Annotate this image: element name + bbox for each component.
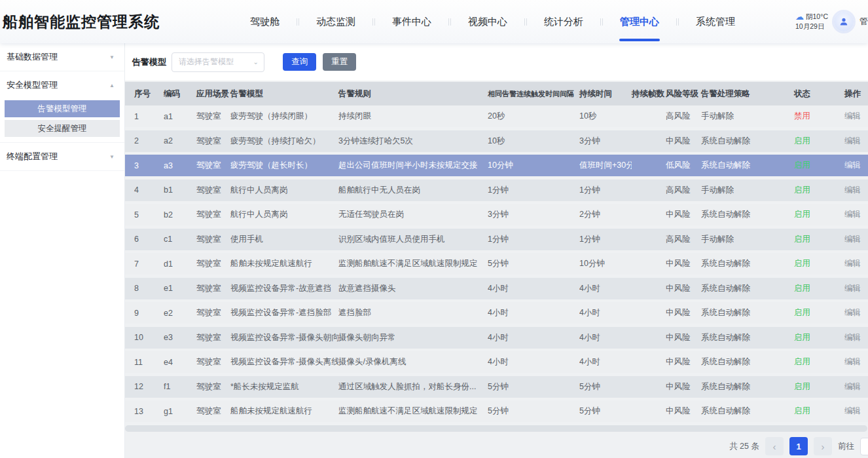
cell-rule: 摄像头朝向异常 [338, 332, 488, 343]
cell-code: e3 [164, 333, 196, 342]
cell-code: b2 [164, 210, 196, 219]
edit-link[interactable]: 编辑 [844, 234, 868, 245]
cell-model: 视频监控设备异常-故意遮挡 [230, 283, 338, 294]
table-row[interactable]: 6c1驾驶室使用手机识别区域内值班人员使用手机1分钟1分钟高风险手动解除启用编辑 [124, 229, 868, 250]
sidebar-group-header-2[interactable]: 安全模型管理▲ [0, 71, 124, 99]
cell-status: 启用 [794, 160, 844, 171]
user-avatar[interactable] [834, 12, 854, 31]
cell-rule: 超出公司值班时间半小时未按规定交接 [338, 160, 488, 171]
table-row[interactable]: 13g1驾驶室船舶未按规定航速航行监测船舶航速不满足区域航速限制规定5分钟5分钟… [124, 400, 868, 422]
page-number-1[interactable]: 1 [789, 437, 808, 455]
cell-risk: 中风险 [666, 209, 701, 220]
horizontal-scrollbar[interactable] [125, 425, 867, 432]
edit-link[interactable]: 编辑 [844, 258, 868, 269]
cell-strategy: 系统自动解除 [701, 258, 794, 269]
sidebar-group-label: 终端配置管理 [7, 151, 58, 162]
nav-item-3[interactable]: 事件中心 [375, 0, 448, 43]
user-name[interactable]: 管理员 [859, 16, 868, 28]
cell-model: 疲劳驾驶（持续闭眼） [230, 111, 338, 122]
cell-duration: 5分钟 [579, 381, 632, 392]
cell-seq: 12 [134, 382, 164, 391]
cell-strategy: 手动解除 [701, 185, 794, 196]
sidebar-group-header-1[interactable]: 基础数据管理▼ [0, 43, 124, 71]
cell-model: 视频监控设备异常-摄像头朝向异常 [230, 332, 338, 343]
edit-link[interactable]: 编辑 [844, 283, 868, 294]
nav-item-5[interactable]: 统计分析 [527, 0, 600, 43]
cell-rule: 持续闭眼 [338, 111, 488, 122]
edit-link[interactable]: 编辑 [844, 136, 868, 147]
table-row[interactable]: 4b1驾驶室航行中人员离岗船舶航行中无人员在岗1分钟1分钟高风险手动解除启用编辑 [124, 180, 868, 201]
edit-link[interactable]: 编辑 [844, 307, 868, 318]
cell-duration: 4小时 [579, 356, 632, 368]
cell-status: 启用 [794, 136, 844, 147]
edit-link[interactable]: 编辑 [844, 381, 868, 392]
cell-rule: 无适任驾驶员在岗 [338, 209, 488, 220]
cell-rule: 通过区域触发人脸抓拍，对船长身份... [338, 381, 488, 392]
sidebar-sub-item[interactable]: 告警模型管理 [5, 100, 120, 117]
cell-model: 船舶未按规定航速航行 [230, 406, 338, 417]
nav-item-1[interactable]: 驾驶舱 [233, 0, 297, 43]
table-row[interactable]: 2a2驾驶室疲劳驾驶（持续打哈欠）3分钟连续打哈欠5次10秒3分钟中风险系统自动… [124, 130, 868, 152]
nav-item-2[interactable]: 动态监测 [299, 0, 372, 43]
column-header: 状态 [794, 88, 844, 100]
sidebar-group-header-3[interactable]: 终端配置管理▼ [0, 143, 124, 170]
cell-seq: 11 [134, 358, 164, 367]
cell-interval: 4小时 [488, 283, 579, 294]
table-row[interactable]: 9e2驾驶室视频监控设备异常-遮挡脸部遮挡脸部4小时4小时中风险系统自动解除启用… [124, 302, 868, 324]
column-header: 持续时间 [579, 88, 632, 100]
nav-item-6[interactable]: 管理中心 [603, 0, 676, 43]
table-row[interactable]: 12f1驾驶室*船长未按规定监航通过区域触发人脸抓拍，对船长身份...5分钟5分… [124, 376, 868, 398]
goto-page-input[interactable] [860, 438, 868, 455]
cell-scene: 驾驶室 [196, 283, 230, 294]
cell-model: 航行中人员离岗 [230, 185, 338, 196]
table-row[interactable]: 1a1驾驶室疲劳驾驶（持续闭眼）持续闭眼20秒10秒高风险手动解除禁用编辑 [124, 105, 868, 127]
cell-seq: 9 [134, 309, 164, 318]
edit-link[interactable]: 编辑 [844, 332, 868, 343]
edit-link[interactable]: 编辑 [844, 160, 868, 171]
cell-interval: 1分钟 [488, 234, 579, 245]
cell-code: f1 [164, 382, 196, 391]
column-header: 相同告警连续触发时间间隔 [488, 89, 579, 99]
next-page-button[interactable]: › [814, 437, 832, 455]
sidebar-sub-item[interactable]: 安全提醒管理 [5, 120, 120, 137]
table-row[interactable]: 5b2驾驶室航行中人员离岗无适任驾驶员在岗3分钟2分钟中风险系统自动解除启用编辑 [124, 204, 868, 225]
cell-rule: 摄像头/录像机离线 [338, 356, 488, 368]
edit-link[interactable]: 编辑 [844, 111, 868, 122]
prev-page-button[interactable]: ‹ [765, 437, 784, 455]
chevron-down-icon: ▼ [109, 54, 115, 60]
sidebar-group: 安全模型管理▲告警模型管理安全提醒管理 [0, 71, 124, 143]
cell-model: 视频监控设备异常-遮挡脸部 [230, 307, 338, 318]
cell-risk: 中风险 [666, 381, 701, 392]
table-row[interactable]: 7d1驾驶室船舶未按规定航速航行监测船舶航速不满足区域航速限制规定5分钟10分钟… [124, 253, 868, 275]
sidebar-group-label: 安全模型管理 [7, 79, 58, 91]
edit-link[interactable]: 编辑 [844, 209, 868, 220]
edit-link[interactable]: 编辑 [844, 356, 868, 368]
cell-seq: 1 [134, 112, 164, 121]
cell-model: 船舶未按规定航速航行 [230, 258, 338, 269]
search-button[interactable]: 查询 [283, 53, 316, 71]
edit-link[interactable]: 编辑 [844, 406, 868, 417]
chevron-down-icon: ▼ [109, 154, 115, 160]
alarm-model-select[interactable]: 请选择告警模型 ⌄ [172, 52, 264, 72]
edit-link[interactable]: 编辑 [844, 185, 868, 196]
cell-strategy: 系统自动解除 [701, 283, 794, 294]
cell-status: 启用 [794, 209, 844, 220]
cell-duration: 4小时 [579, 332, 632, 343]
cell-scene: 驾驶室 [196, 111, 230, 122]
cell-status: 启用 [794, 381, 844, 392]
cell-strategy: 系统自动解除 [701, 381, 794, 392]
table-row[interactable]: 3a3驾驶室疲劳驾驶（超长时长）超出公司值班时间半小时未按规定交接10分钟值班时… [124, 155, 868, 176]
goto-label: 前往 [838, 441, 854, 452]
table-row[interactable]: 8e1驾驶室视频监控设备异常-故意遮挡故意遮挡摄像头4小时4小时中风险系统自动解… [124, 278, 868, 299]
cell-risk: 中风险 [666, 258, 701, 269]
table-row[interactable]: 10e3驾驶室视频监控设备异常-摄像头朝向异常摄像头朝向异常4小时4小时中风险系… [124, 327, 868, 349]
cell-status: 启用 [794, 283, 844, 294]
nav-item-7[interactable]: 系统管理 [679, 0, 752, 43]
nav-item-4[interactable]: 视频中心 [451, 0, 524, 43]
table-row[interactable]: 11e4驾驶室视频监控设备异常-摄像头离线摄像头/录像机离线4小时4小时中风险系… [124, 351, 868, 373]
cell-interval: 10分钟 [488, 160, 579, 171]
cell-duration: 3分钟 [579, 136, 632, 147]
weather-condition: 阴10°C [806, 12, 828, 22]
reset-button[interactable]: 重置 [323, 53, 356, 71]
table-body: 1a1驾驶室疲劳驾驶（持续闭眼）持续闭眼20秒10秒高风险手动解除禁用编辑2a2… [124, 105, 868, 422]
